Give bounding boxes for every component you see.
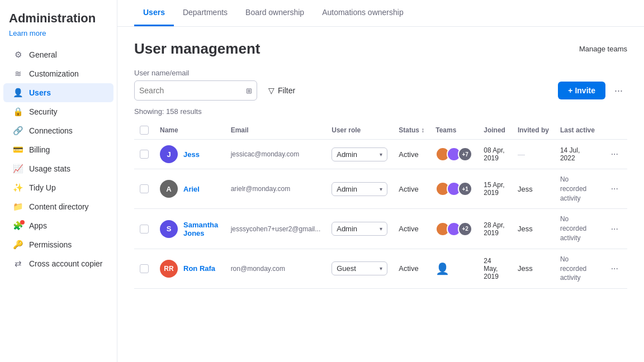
table-row: JJessjessicac@monday.comAdmin▾Active+708… [134,140,627,169]
search-section: User name/email ⊞ ▽ Filter + Invite ··· [134,69,627,101]
user-teams: 👤 [430,249,478,288]
select-all-header [134,121,154,140]
col-header-name: Name [154,121,225,140]
col-header-invited-by: Invited by [512,121,555,140]
sidebar-item-label-content-directory: Content directory [29,202,89,211]
sidebar-item-cross-account-copier[interactable]: ⇄Cross account copier [3,254,113,273]
user-name-link[interactable]: Jess [183,150,200,159]
col-header-last-active: Last active [555,121,602,140]
chevron-down-icon: ▾ [380,226,382,232]
user-last-active: 14 Jul, 2022 [555,140,602,169]
row-checkbox[interactable] [140,264,149,273]
invite-button[interactable]: + Invite [558,82,605,99]
sidebar-item-label-tidy-up: Tidy Up [29,183,56,192]
sidebar-item-general[interactable]: ⚙General [3,45,113,64]
sidebar-item-usage-stats[interactable]: 📈Usage stats [3,159,113,178]
user-cell: SSamantha Jones [160,220,220,238]
user-teams: +2 [430,209,478,249]
tab-users[interactable]: Users [134,0,174,26]
row-checkbox[interactable] [140,184,149,193]
user-last-active: No recorded activity [555,169,602,209]
general-icon: ⚙ [12,49,23,60]
select-all-checkbox[interactable] [140,126,149,135]
row-more-button[interactable]: ··· [608,263,622,274]
sidebar-item-label-connections: Connections [29,126,73,135]
sidebar-item-tidy-up[interactable]: ✨Tidy Up [3,178,113,197]
user-name-link[interactable]: Ariel [183,185,200,193]
user-invited-by: Jess [512,169,555,209]
role-dropdown[interactable]: Admin▾ [332,222,387,236]
role-value: Admin [337,150,357,159]
sidebar-item-customization[interactable]: ≋Customization [3,64,113,83]
user-invited-by: — [512,140,555,169]
sidebar-item-connections[interactable]: 🔗Connections [3,121,113,140]
row-checkbox[interactable] [140,150,149,159]
user-cell: RRRon Rafa [160,260,220,278]
user-avatar: S [160,220,178,238]
user-invited-by: Jess [512,209,555,249]
top-nav: UsersDepartmentsBoard ownershipAutomatio… [117,0,644,27]
tab-automations-ownership[interactable]: Automations ownership [313,0,413,26]
col-header-joined: Joined [478,121,512,140]
table-row: RRRon Rafaron@monday.comGuest▾Active👤24 … [134,249,627,288]
connections-icon: 🔗 [12,125,23,136]
sidebar-learn-more[interactable]: Learn more [0,29,117,45]
sidebar-item-billing[interactable]: 💳Billing [3,140,113,159]
role-dropdown[interactable]: Admin▾ [332,147,387,161]
user-status: Active [393,209,430,249]
sidebar-item-content-directory[interactable]: 📁Content directory [3,197,113,216]
user-email: jessicac@monday.com [225,140,326,169]
filter-button[interactable]: ▽ Filter [263,83,301,98]
row-more-button[interactable]: ··· [608,223,622,235]
table-row: SSamantha Jonesjesssycohen7+user2@gmail.… [134,209,627,249]
customization-icon: ≋ [12,68,23,79]
user-name-link[interactable]: Samantha Jones [183,221,220,237]
role-value: Admin [337,185,357,193]
row-more-button[interactable]: ··· [608,148,622,160]
main-content: UsersDepartmentsBoard ownershipAutomatio… [117,0,644,362]
chevron-down-icon: ▾ [380,151,382,158]
sidebar-item-permissions[interactable]: 🔑Permissions [3,235,113,254]
user-joined: 24 May, 2019 [478,249,512,288]
sidebar-item-apps[interactable]: 🧩Apps [3,216,113,235]
content-area: User management Manage teams User name/e… [117,27,644,362]
manage-teams-link[interactable]: Manage teams [579,45,627,53]
users-table: NameEmailUser roleStatus ↕TeamsJoinedInv… [134,121,627,289]
user-name-link[interactable]: Ron Rafa [183,264,215,273]
sidebar-item-label-billing: Billing [29,145,50,154]
sidebar-title: Administration [0,11,117,29]
user-last-active: No recorded activity [555,249,602,288]
user-avatar: RR [160,260,178,278]
billing-icon: 💳 [12,144,23,155]
chevron-down-icon: ▾ [380,265,382,272]
role-value: Guest [337,264,356,273]
sidebar-item-users[interactable]: 👤Users [3,83,113,102]
user-avatar: A [160,180,178,198]
page-header: User management Manage teams [134,40,627,58]
sidebar-item-label-users: Users [29,88,51,97]
search-input[interactable] [139,86,244,95]
permissions-icon: 🔑 [12,239,23,250]
more-options-button[interactable]: ··· [610,83,627,99]
sidebar-item-label-permissions: Permissions [29,240,72,249]
user-avatar: J [160,145,178,163]
row-more-button[interactable]: ··· [608,183,622,194]
sidebar-item-security[interactable]: 🔒Security [3,102,113,121]
grid-icon[interactable]: ⊞ [246,87,252,95]
search-label: User name/email [134,69,627,77]
invite-row: + Invite ··· [558,82,627,99]
search-box[interactable]: ⊞ [134,80,257,101]
sidebar-item-label-cross-account-copier: Cross account copier [29,259,103,268]
usage-stats-icon: 📈 [12,163,23,174]
user-teams: +7 [430,140,478,169]
role-dropdown[interactable]: Guest▾ [332,261,387,275]
chevron-down-icon: ▾ [380,186,382,192]
row-checkbox[interactable] [140,225,149,234]
tab-board-ownership[interactable]: Board ownership [236,0,313,26]
user-teams: +1 [430,169,478,209]
tab-departments[interactable]: Departments [174,0,236,26]
sidebar: Administration Learn more ⚙General≋Custo… [0,0,117,362]
user-status: Active [393,169,430,209]
role-dropdown[interactable]: Admin▾ [332,182,387,196]
users-icon: 👤 [12,87,23,98]
